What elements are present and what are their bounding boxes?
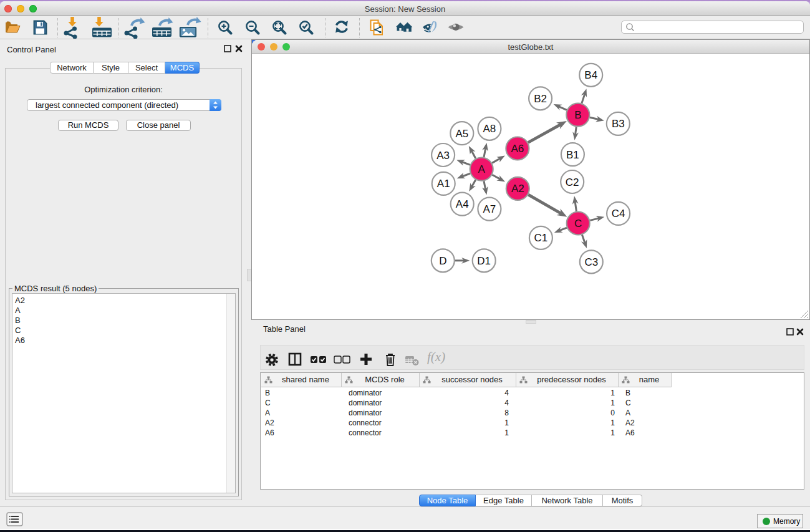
svg-text:A7: A7 [483,203,496,215]
svg-text:C3: C3 [584,256,598,268]
svg-text:A2: A2 [511,183,524,195]
svg-text:A4: A4 [456,198,469,210]
svg-text:D: D [439,255,446,267]
svg-text:A5: A5 [455,128,468,140]
svg-text:C1: C1 [534,232,548,244]
svg-text:C: C [574,218,582,230]
svg-text:B: B [574,109,581,121]
svg-text:B4: B4 [584,69,597,81]
svg-text:B3: B3 [612,118,625,130]
svg-text:D1: D1 [477,255,491,267]
svg-text:A8: A8 [483,123,496,135]
svg-text:A3: A3 [436,150,450,162]
svg-text:B1: B1 [566,149,579,161]
svg-text:A6: A6 [511,143,524,155]
svg-text:C2: C2 [566,177,579,188]
svg-text:A: A [478,163,486,175]
svg-text:C4: C4 [612,208,625,220]
svg-text:B2: B2 [534,93,547,105]
svg-text:A1: A1 [437,178,450,190]
